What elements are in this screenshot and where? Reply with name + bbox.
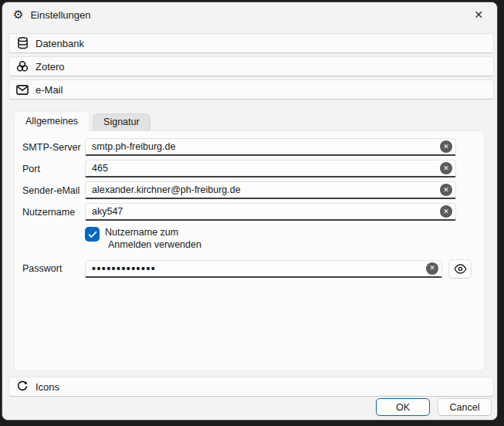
password-label: Passwort	[22, 263, 85, 274]
form-row-username: Nutzername aky547 ✕	[22, 203, 472, 221]
smtp-server-value: smtp.ph-freiburg.de	[92, 141, 440, 152]
section-icons[interactable]: Icons	[8, 377, 494, 397]
sender-email-value: alexander.kirchner@ph-freiburg.de	[92, 184, 440, 195]
port-value: 465	[92, 163, 440, 174]
tab-signatur[interactable]: Signatur	[93, 113, 151, 130]
cancel-button[interactable]: Cancel	[438, 398, 492, 416]
clear-button[interactable]: ✕	[440, 162, 452, 174]
section-email[interactable]: e-Mail	[8, 79, 494, 100]
close-icon: ✕	[474, 8, 483, 21]
section-zotero[interactable]: Zotero	[8, 56, 494, 76]
clear-button[interactable]: ✕	[440, 205, 452, 218]
smtp-server-label: SMTP-Server	[22, 142, 85, 153]
clear-button[interactable]: ✕	[426, 262, 438, 275]
section-label: Icons	[36, 381, 59, 393]
eye-icon	[454, 264, 467, 274]
section-datenbank[interactable]: Datenbank	[8, 33, 494, 53]
port-label: Port	[22, 164, 85, 174]
bottom-section-list: Icons	[8, 377, 494, 397]
show-password-button[interactable]	[448, 259, 472, 279]
zotero-icon	[15, 59, 29, 73]
form-row-port: Port 465 ✕	[22, 160, 472, 178]
clear-button[interactable]: ✕	[440, 140, 452, 153]
section-label: Datenbank	[36, 38, 84, 49]
section-list: Datenbank Zotero e-Mail	[8, 33, 494, 100]
section-label: Zotero	[36, 61, 65, 73]
gear-icon: ⚙	[13, 9, 23, 21]
password-input[interactable]: ••••••••••••• ✕	[85, 260, 442, 278]
username-input[interactable]: aky547 ✕	[85, 203, 456, 221]
form-row-sender: Sender-eMail alexander.kirchner@ph-freib…	[22, 181, 472, 199]
close-button[interactable]: ✕	[466, 5, 491, 24]
ok-button[interactable]: OK	[376, 398, 430, 416]
password-masked-value: •••••••••••••	[92, 262, 426, 275]
email-general-panel: SMTP-Server smtp.ph-freiburg.de ✕ Port 4…	[14, 130, 485, 371]
settings-dialog: ⚙ Einstellungen ✕ Datenbank	[2, 2, 498, 421]
dialog-footer: OK Cancel	[376, 398, 492, 416]
clear-icon: ✕	[443, 187, 449, 194]
tab-allgemeines[interactable]: Allgemeines	[14, 111, 90, 131]
username-value: aky547	[92, 206, 440, 217]
port-input[interactable]: 465 ✕	[85, 160, 456, 178]
clear-icon: ✕	[443, 144, 449, 150]
section-label: e-Mail	[36, 84, 63, 96]
check-icon	[88, 231, 97, 238]
clear-icon: ✕	[443, 208, 449, 215]
sender-email-input[interactable]: alexander.kirchner@ph-freiburg.de ✕	[85, 181, 456, 199]
clear-icon: ✕	[429, 265, 435, 272]
envelope-icon	[15, 83, 29, 96]
email-tabs: Allgemeines Signatur	[14, 111, 485, 130]
dialog-title: Einstellungen	[30, 9, 90, 21]
form-row-password: Passwort ••••••••••••• ✕	[22, 259, 472, 279]
form-row-smtp: SMTP-Server smtp.ph-freiburg.de ✕	[22, 138, 472, 156]
clear-icon: ✕	[443, 165, 449, 172]
use-username-checkbox[interactable]	[85, 227, 100, 242]
title-bar: ⚙ Einstellungen ✕	[2, 2, 497, 27]
refresh-icon	[15, 380, 29, 394]
use-username-login-row: Nutzername zum Anmelden verwenden	[85, 226, 472, 252]
sender-email-label: Sender-eMail	[22, 185, 85, 196]
username-label: Nutzername	[22, 207, 85, 218]
database-icon	[15, 36, 29, 50]
use-username-checkbox-label: Nutzername zum Anmelden verwenden	[105, 226, 201, 252]
clear-button[interactable]: ✕	[440, 184, 452, 196]
smtp-server-input[interactable]: smtp.ph-freiburg.de ✕	[85, 138, 456, 156]
